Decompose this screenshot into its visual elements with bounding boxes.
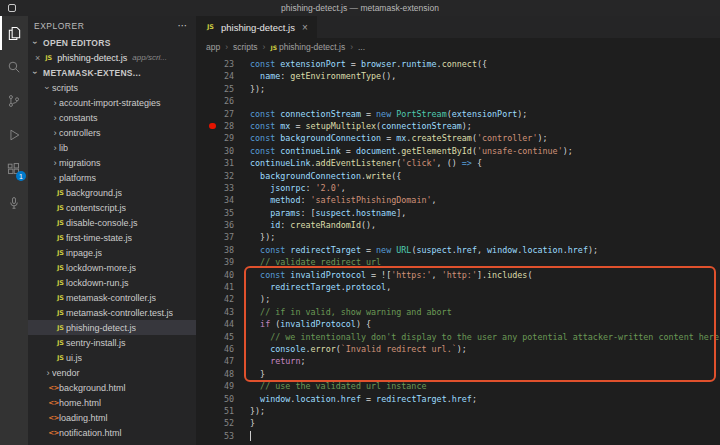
line-number[interactable]: 29 xyxy=(196,132,234,144)
line-number[interactable]: 35 xyxy=(196,207,234,219)
chevron-right-icon[interactable] xyxy=(51,113,59,123)
line-number[interactable]: 40 xyxy=(196,269,234,281)
line-number[interactable]: 38 xyxy=(196,244,234,256)
explorer-header: EXPLORER ⋯ xyxy=(28,16,196,35)
tree-item-lockdown-more.js[interactable]: JSlockdown-more.js xyxy=(28,260,196,275)
tree-item-vendor[interactable]: vendor xyxy=(28,365,196,380)
tree-item-lib[interactable]: lib xyxy=(28,140,196,155)
tree-item-inpage.js[interactable]: JSinpage.js xyxy=(28,245,196,260)
project-header[interactable]: METAMASK-EXTENS... xyxy=(28,65,196,80)
line-number[interactable]: 23 xyxy=(196,58,234,70)
line-number[interactable]: 27 xyxy=(196,108,234,120)
tree-item-contentscript.js[interactable]: JScontentscript.js xyxy=(28,200,196,215)
tab-phishing-detect[interactable]: JS phishing-detect.js × xyxy=(196,16,317,38)
breadcrumb-item-...[interactable]: ... xyxy=(358,42,365,52)
breadcrumb-item-app[interactable]: app xyxy=(206,42,220,52)
line-number[interactable]: 42 xyxy=(196,293,234,305)
line-number[interactable]: 48 xyxy=(196,368,234,380)
tree-item-phishing-detect.js[interactable]: JSphishing-detect.js xyxy=(28,320,196,335)
line-number[interactable]: 53 xyxy=(196,430,234,442)
line-number[interactable]: 37 xyxy=(196,231,234,243)
line-number[interactable]: 24 xyxy=(196,70,234,82)
tree-item-sentry-install.js[interactable]: JSsentry-install.js xyxy=(28,335,196,350)
chevron-down-icon[interactable] xyxy=(32,68,40,78)
run-debug-icon[interactable] xyxy=(0,118,28,152)
microphone-icon[interactable] xyxy=(0,186,28,220)
close-icon[interactable]: × xyxy=(35,53,40,63)
chevron-down-icon[interactable] xyxy=(32,38,40,48)
tree-item-lockdown-run.js[interactable]: JSlockdown-run.js xyxy=(28,275,196,290)
code-text: continueLink.addEventListener('click', (… xyxy=(234,157,720,169)
open-editors-header[interactable]: OPEN EDITORS xyxy=(28,35,196,50)
source-control-icon[interactable] xyxy=(0,84,28,118)
app-icon xyxy=(8,4,16,12)
line-number[interactable]: 36 xyxy=(196,219,234,231)
code-line-36: 36 id: createRandomId(), xyxy=(196,219,720,231)
tree-item-first-time-state.js[interactable]: JSfirst-time-state.js xyxy=(28,230,196,245)
line-number[interactable]: 26 xyxy=(196,95,234,107)
line-number[interactable]: 50 xyxy=(196,393,234,405)
code-text: // use the validated url instance xyxy=(234,380,720,392)
tree-item-metamask-controller.test.js[interactable]: JSmetamask-controller.test.js xyxy=(28,305,196,320)
line-number[interactable]: 39 xyxy=(196,256,234,268)
line-number[interactable]: 41 xyxy=(196,281,234,293)
chevron-right-icon[interactable] xyxy=(51,173,59,183)
chevron-down-icon[interactable] xyxy=(44,83,52,93)
line-number[interactable]: 34 xyxy=(196,194,234,206)
line-number[interactable]: 51 xyxy=(196,405,234,417)
line-number[interactable]: 46 xyxy=(196,343,234,355)
line-number[interactable]: 44 xyxy=(196,318,234,330)
tree-item-constants[interactable]: constants xyxy=(28,110,196,125)
line-number[interactable]: 49 xyxy=(196,380,234,392)
code-area[interactable]: 23const extensionPort = browser.runtime.… xyxy=(196,56,720,445)
breakpoint-icon[interactable] xyxy=(209,123,216,130)
tree-item-label: lib xyxy=(59,143,68,153)
line-number[interactable]: 33 xyxy=(196,182,234,194)
chevron-right-icon[interactable] xyxy=(51,128,59,138)
tree-item-controllers[interactable]: controllers xyxy=(28,125,196,140)
close-icon[interactable]: × xyxy=(302,22,308,33)
line-number[interactable]: 30 xyxy=(196,145,234,157)
tree-item-background.js[interactable]: JSbackground.js xyxy=(28,185,196,200)
tree-item-label: ui.js xyxy=(66,353,82,363)
chevron-right-icon[interactable] xyxy=(51,158,59,168)
extensions-icon[interactable]: 1 xyxy=(0,152,28,186)
tree-item-ui.js[interactable]: JSui.js xyxy=(28,350,196,365)
line-number[interactable]: 25 xyxy=(196,83,234,95)
code-line-50: 50 window.location.href = redirectTarget… xyxy=(196,393,720,405)
open-editor-item[interactable]: × JS phishing-detect.js app/scri... xyxy=(28,50,196,65)
breadcrumb-item-scripts[interactable]: scripts xyxy=(233,42,258,52)
html-file-icon: <> xyxy=(48,384,59,392)
tree-item-scripts[interactable]: scripts xyxy=(28,80,196,95)
tree-item-metamask-controller.js[interactable]: JSmetamask-controller.js xyxy=(28,290,196,305)
line-number[interactable]: 52 xyxy=(196,417,234,429)
tree-item-migrations[interactable]: migrations xyxy=(28,155,196,170)
tree-item-label: lockdown-run.js xyxy=(66,278,129,288)
code-line-39: 39 // validate redirect url xyxy=(196,256,720,268)
badge: 1 xyxy=(16,171,26,181)
line-number[interactable]: 31 xyxy=(196,157,234,169)
chevron-right-icon[interactable] xyxy=(44,368,52,378)
tree-item-account-import-strategies[interactable]: account-import-strategies xyxy=(28,95,196,110)
tree-item-disable-console.js[interactable]: JSdisable-console.js xyxy=(28,215,196,230)
tree-item-platforms[interactable]: platforms xyxy=(28,170,196,185)
code-text: window.location.href = redirectTarget.hr… xyxy=(234,393,720,405)
js-file-icon: JS xyxy=(55,234,66,242)
tree-item-label: inpage.js xyxy=(66,248,102,258)
tree-item-home.html[interactable]: <>home.html xyxy=(28,395,196,410)
js-file-icon: JS xyxy=(55,354,66,362)
line-number[interactable]: 47 xyxy=(196,355,234,367)
tree-item-loading.html[interactable]: <>loading.html xyxy=(28,410,196,425)
search-icon[interactable] xyxy=(0,50,28,84)
tree-item-notification.html[interactable]: <>notification.html xyxy=(28,425,196,440)
breadcrumb-item-phishing-detect.js[interactable]: JSphishing-detect.js xyxy=(270,42,345,52)
line-number[interactable]: 32 xyxy=(196,170,234,182)
activity-bar: 1 xyxy=(0,16,28,445)
more-actions-icon[interactable]: ⋯ xyxy=(178,20,189,31)
explorer-icon[interactable] xyxy=(0,16,28,50)
tree-item-background.html[interactable]: <>background.html xyxy=(28,380,196,395)
chevron-right-icon[interactable] xyxy=(51,143,59,153)
line-number[interactable]: 45 xyxy=(196,331,234,343)
chevron-right-icon[interactable] xyxy=(51,98,59,108)
line-number[interactable]: 43 xyxy=(196,306,234,318)
